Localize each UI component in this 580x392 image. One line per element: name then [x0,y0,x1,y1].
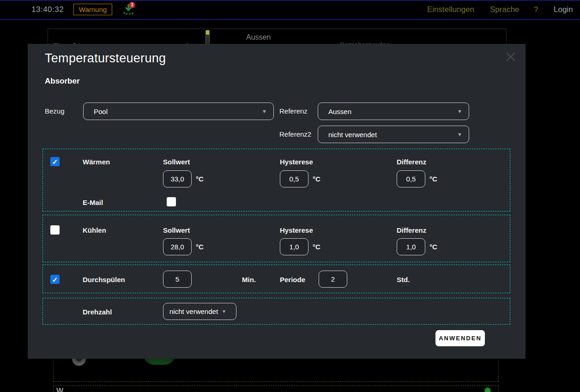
nav-help[interactable]: ? [534,5,538,14]
unit-label: °C [196,243,204,251]
nav-sprache[interactable]: Sprache [490,5,519,14]
unit-label: °C [429,243,437,251]
kuehlen-section: Kühlen Sollwert Hysterese Differenz °C °… [42,215,510,262]
durchspuelen-duration-input[interactable] [163,271,192,288]
kuehlen-sollwert-input[interactable] [163,238,192,255]
email-label: E-Mail [83,199,103,206]
sollwert-label: Sollwert [163,158,190,166]
chevron-down-icon: ▼ [457,132,462,137]
background-dashed-panel [53,386,499,392]
differenz-label: Differenz [397,158,426,166]
waermen-label: Wärmen [83,158,110,166]
differenz-label: Differenz [397,226,426,234]
referenz-label: Referenz [279,107,308,115]
referenz2-dropdown[interactable]: nicht verwendet ▼ [318,126,469,143]
email-checkbox[interactable] [167,197,176,206]
status-led [485,388,490,392]
screen: Becken Umwälzung Aussen Betriebsstunden … [0,0,580,392]
bezug-value: Pool [94,108,262,115]
close-icon [502,48,519,65]
chevron-down-icon: ▼ [262,109,267,114]
waermen-differenz-input[interactable] [397,170,425,187]
chevron-down-icon: ▼ [222,309,226,314]
sollwert-label: Sollwert [163,226,190,234]
dialog-title: Temperatursteuerung [45,51,166,66]
close-button[interactable] [502,48,519,65]
kuehlen-checkbox[interactable] [50,225,60,235]
hysterese-label: Hysterese [280,158,313,166]
background-text-fragment: W [56,387,63,392]
referenz-dropdown[interactable]: Aussen ▼ [318,103,469,120]
waermen-section: Wärmen Sollwert Hysterese Differenz °C °… [42,149,510,211]
referenz2-label: Referenz2 [279,130,311,138]
bezug-label: Bezug [45,107,65,115]
bezug-dropdown[interactable]: Pool ▼ [83,103,274,120]
warning-button[interactable]: Warnung [73,4,112,15]
temperature-control-dialog: Temperatursteuerung Absorber Bezug Pool … [28,44,526,359]
std-unit-label: Std. [397,276,410,283]
thermometer-icon [205,30,210,45]
drehzahl-value: nicht verwendet [169,308,218,315]
kuehlen-differenz-input[interactable] [397,238,425,255]
unit-label: °C [313,175,320,183]
periode-label: Periode [280,276,305,283]
periode-input[interactable] [319,271,347,288]
durchspuelen-label: Durchspülen [83,276,125,283]
referenz2-value: nicht verwendet [328,131,457,139]
unit-label: °C [429,175,437,183]
durchspuelen-checkbox[interactable] [50,275,60,284]
clock: 13:40:32 [31,5,64,14]
min-unit-label: Min. [242,276,256,283]
drehzahl-label: Drehzahl [83,308,112,316]
apply-button[interactable]: ANWENDEN [435,330,485,346]
chevron-down-icon: ▼ [457,109,462,114]
hysterese-label: Hysterese [280,226,313,234]
waermen-sollwert-input[interactable] [163,170,192,187]
durchspuelen-section: Durchspülen Min. Periode Std. [42,265,510,293]
waermen-hysterese-input[interactable] [280,170,308,187]
top-bar: 13:40:32 Warnung 3 Einstellungen Sprache… [0,0,580,20]
download-button[interactable]: 3 [122,3,136,16]
waermen-checkbox[interactable] [50,157,60,166]
kuehlen-label: Kühlen [83,226,106,234]
nav-einstellungen[interactable]: Einstellungen [427,5,474,14]
drehzahl-section: Drehzahl nicht verwendet ▼ [42,298,510,325]
unit-label: °C [313,243,320,251]
notification-badge: 3 [129,2,135,8]
nav-login[interactable]: Login [554,5,573,14]
drehzahl-dropdown[interactable]: nicht verwendet ▼ [163,303,236,320]
aussen-label: Aussen [246,33,271,42]
referenz-value: Aussen [328,108,457,115]
dialog-subtitle: Absorber [45,77,80,86]
unit-label: °C [196,175,204,183]
kuehlen-hysterese-input[interactable] [280,238,308,255]
